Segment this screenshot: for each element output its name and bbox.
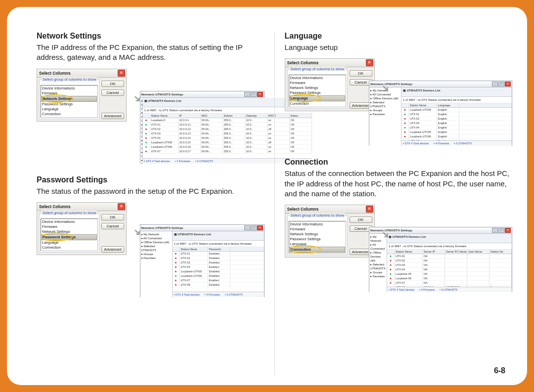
close-icon[interactable]: ×	[366, 206, 373, 213]
ok-button[interactable]: OK	[350, 217, 372, 223]
dialog-option[interactable]: Password Settings	[42, 234, 97, 240]
data-grid[interactable]: Station NameLanguage ■Loopback-UTX00Engl…	[401, 103, 512, 140]
tree-node[interactable]: ▸ Selected UTMA/DTX	[141, 244, 171, 252]
column-listbox[interactable]: Device InformationsFirmwareNetwork Setti…	[41, 85, 98, 118]
tree-node[interactable]: ▸ Groups	[141, 252, 171, 256]
dialog-option[interactable]: Password Settings	[290, 237, 345, 242]
table-row[interactable]: ■Loopback-UTX06Disabled	[173, 274, 264, 278]
table-row[interactable]: ■UTX-02NA	[387, 259, 512, 263]
table-row[interactable]: ■Loopback-05NA	[387, 272, 512, 276]
close-icon[interactable]: ×	[118, 70, 125, 77]
grid-header-cell[interactable]	[143, 114, 150, 118]
dialog-option[interactable]: Firmware	[290, 227, 345, 232]
dialog-option[interactable]: Language	[290, 95, 345, 101]
table-row[interactable]: ■UTX-02Disabled	[173, 256, 264, 261]
minimize-icon[interactable]: _	[244, 92, 250, 97]
grid-header-cell[interactable]	[387, 250, 395, 254]
advanced-button[interactable]: Advanced	[101, 113, 124, 119]
table-row[interactable]: ■UTX-01NA	[387, 254, 512, 259]
dialog-option[interactable]: Device Informations	[290, 76, 345, 81]
table-row[interactable]: ■Loopback-06NA	[387, 276, 512, 281]
close-icon[interactable]: ×	[118, 203, 125, 210]
minimize-icon[interactable]: _	[492, 82, 498, 87]
grid-header-cell[interactable]: Subnet	[223, 114, 245, 118]
dialog-option[interactable]: Network Settings	[290, 86, 345, 90]
tree-node[interactable]: ▸ Groups	[370, 270, 386, 274]
maximize-icon[interactable]: □	[498, 82, 504, 87]
table-row[interactable]: ■UTX-07NA	[387, 281, 512, 285]
grid-header-cell[interactable]: MAC	[201, 114, 223, 118]
grid-header-cell[interactable]: Station Name	[150, 114, 178, 118]
table-row[interactable]: ■UTX-03English	[401, 121, 512, 126]
table-row[interactable]: ■Loopback-UTX05English	[401, 130, 512, 134]
dialog-option[interactable]: Language	[42, 240, 97, 245]
tree-panel[interactable]: ▸ My Network▸ All Connected▸ Offline Dev…	[369, 234, 387, 292]
dialog-option[interactable]: Network Settings	[42, 229, 97, 234]
tree-node[interactable]: ▸ Offline Devices (all)	[141, 240, 171, 244]
ok-button[interactable]: OK	[101, 81, 124, 87]
grid-header-cell[interactable]: User Name	[467, 250, 490, 254]
grid-header-cell[interactable]	[401, 103, 409, 107]
dialog-option[interactable]: Firmware	[290, 81, 345, 86]
grid-header-cell[interactable]: Server IP	[423, 250, 445, 254]
table-row[interactable]: ■Loopback-UTX05Disabled	[173, 269, 264, 274]
data-grid[interactable]: Station NameServer IPServer PC NameUser …	[387, 250, 512, 287]
maximize-icon[interactable]: □	[251, 92, 257, 97]
dialog-option[interactable]: Network Settings	[42, 96, 97, 102]
dialog-option[interactable]: Language	[290, 242, 345, 247]
table-row[interactable]: ■UTX-01English	[401, 112, 512, 117]
close-icon[interactable]: ×	[366, 59, 373, 66]
table-row[interactable]: ■UTX-04NA	[387, 267, 512, 272]
tree-node[interactable]: ▸ Favorites	[370, 112, 400, 116]
tree-node[interactable]: ▸ Selected UTMA/DTX	[370, 100, 400, 108]
column-listbox[interactable]: Device InformationsFirmwareNetwork Setti…	[289, 221, 346, 254]
ok-button[interactable]: OK	[350, 70, 372, 77]
dialog-option[interactable]: Network Settings	[290, 232, 345, 237]
dialog-option[interactable]: Firmware	[42, 91, 97, 96]
tree-node[interactable]: ▸ All Connected	[370, 243, 386, 251]
grid-header-cell[interactable]: Station Name	[395, 250, 423, 254]
grid-header-cell[interactable]: Server PC Name	[445, 250, 467, 254]
tree-panel[interactable]: ▸ My Network▸ All Connected▸ Offline Dev…	[140, 231, 173, 297]
table-row[interactable]: ■UTX-08Disabled	[173, 283, 264, 287]
grid-header-cell[interactable]	[173, 247, 180, 251]
close-icon[interactable]: ×	[505, 228, 511, 233]
minimize-icon[interactable]: _	[492, 228, 498, 233]
table-row[interactable]: ■Loopback-UTX00English	[401, 108, 512, 112]
tree-node[interactable]: ▸ Groups	[370, 108, 400, 112]
table-row[interactable]: ■UTX-03NA	[387, 263, 512, 267]
tree-panel[interactable]: ▸ My Network▸ All Connected▸ Offline Dev…	[369, 87, 401, 146]
dialog-option[interactable]: Language	[42, 107, 97, 112]
dialog-option[interactable]: Connection	[290, 101, 345, 106]
dialog-option[interactable]: Device Informations	[42, 219, 97, 224]
table-row[interactable]: ■UTX-03Disabled	[173, 261, 264, 265]
dialog-option[interactable]: Password Settings	[42, 102, 97, 107]
table-row[interactable]: ■UTX-02English	[401, 117, 512, 121]
close-icon[interactable]: ×	[257, 225, 263, 230]
table-row[interactable]: ■UTX-04Enabled	[173, 265, 264, 269]
tree-node[interactable]: ▸ My Network	[141, 232, 171, 236]
maximize-icon[interactable]: □	[498, 228, 504, 233]
tree-node[interactable]: ▸ Favorites	[370, 274, 386, 278]
dialog-option[interactable]: Connection	[42, 245, 97, 250]
close-icon[interactable]: ×	[257, 92, 263, 97]
dialog-option[interactable]: Connection	[290, 247, 345, 253]
advanced-button[interactable]: Advanced	[101, 246, 124, 253]
dialog-option[interactable]: Device Informations	[42, 86, 97, 91]
maximize-icon[interactable]: □	[251, 225, 257, 230]
dialog-option[interactable]: Password Settings	[290, 90, 345, 95]
dialog-option[interactable]: Firmware	[42, 224, 97, 229]
table-row[interactable]: ■Loopback-UTX06English	[401, 134, 512, 139]
grid-header-cell[interactable]: IP	[178, 114, 201, 118]
cancel-button[interactable]: Cancel	[101, 223, 124, 229]
minimize-icon[interactable]: _	[244, 225, 250, 230]
cancel-button[interactable]: Cancel	[101, 89, 124, 96]
table-row[interactable]: ■UTX-07Enabled	[173, 278, 264, 283]
ok-button[interactable]: OK	[101, 214, 124, 220]
tree-node[interactable]: ▸ All Connected	[141, 236, 171, 240]
tree-node[interactable]: ▸ Offline Devices (all)	[370, 96, 400, 100]
close-icon[interactable]: ×	[505, 82, 511, 87]
tree-node[interactable]: ▸ Favorites	[141, 256, 171, 260]
data-grid[interactable]: Station NamePassword ■UTX-01Disabled■UTX…	[173, 247, 264, 292]
tree-node[interactable]: ▸ Selected UTMA/DTX	[370, 262, 386, 270]
